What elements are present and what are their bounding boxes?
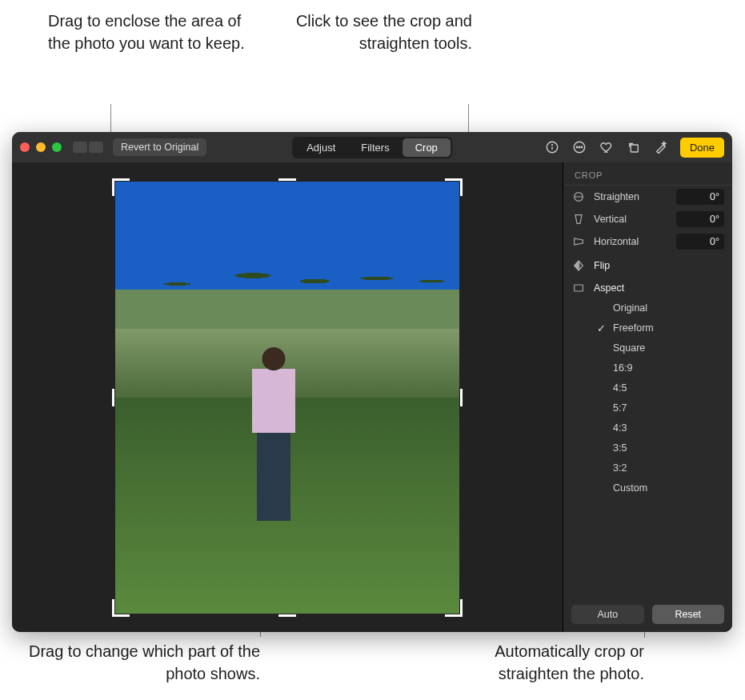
horizontal-value[interactable]: 0°: [676, 234, 724, 250]
sidebar-title: CROP: [563, 162, 732, 186]
window-controls: [20, 142, 62, 152]
auto-enhance-icon[interactable]: [653, 139, 669, 155]
done-button[interactable]: Done: [680, 138, 724, 158]
aspect-list: ✓Original✓Freeform✓Square✓16:9✓4:5✓5:7✓4…: [563, 301, 732, 495]
aspect-option-3-5[interactable]: ✓3:5: [597, 441, 732, 455]
horizontal-perspective-icon: [571, 235, 586, 248]
callout-auto: Automatically crop or straighten the pho…: [436, 640, 644, 685]
callout-crop-corner: Drag to enclose the area of the photo yo…: [48, 10, 256, 54]
revert-to-original-button[interactable]: Revert to Original: [113, 138, 206, 156]
svg-point-2: [551, 145, 552, 146]
svg-point-4: [576, 146, 578, 148]
crop-handle-bottom[interactable]: [278, 599, 296, 617]
svg-point-5: [579, 146, 580, 148]
aspect-option-4-5[interactable]: ✓4:5: [597, 381, 732, 395]
crop-handle-left[interactable]: [112, 389, 130, 406]
zoom-window-button[interactable]: [52, 142, 62, 152]
aspect-option-5-7[interactable]: ✓5:7: [597, 401, 732, 415]
horizontal-label: Horizontal: [594, 236, 668, 247]
rotate-icon[interactable]: [626, 139, 642, 155]
favorite-icon[interactable]: [599, 139, 615, 155]
reset-crop-button[interactable]: Reset: [652, 605, 725, 624]
toolbar-right: Done: [544, 138, 724, 158]
aspect-option-custom[interactable]: ✓Custom: [597, 481, 732, 495]
svg-rect-7: [631, 145, 638, 152]
aspect-icon: [571, 282, 586, 294]
vertical-label: Vertical: [594, 214, 668, 225]
straighten-row[interactable]: Straighten 0°: [563, 186, 732, 208]
tab-adjust[interactable]: Adjust: [294, 138, 348, 157]
crop-handle-top-left[interactable]: [112, 178, 130, 196]
aspect-option-label: 4:5: [613, 382, 627, 394]
aspect-option-3-2[interactable]: ✓3:2: [597, 461, 732, 475]
crop-frame[interactable]: [115, 182, 459, 614]
flip-icon: [571, 259, 586, 272]
crop-sidebar: CROP Straighten 0° Vertical 0° Horizo: [563, 162, 732, 632]
straighten-label: Straighten: [594, 191, 668, 202]
editor-body: CROP Straighten 0° Vertical 0° Horizo: [12, 162, 732, 632]
crop-handle-bottom-right[interactable]: [445, 599, 463, 617]
crop-handle-bottom-left[interactable]: [112, 599, 130, 617]
callout-drag-photo: Drag to change which part of the photo s…: [16, 640, 260, 685]
edit-mode-tabs: Adjust Filters Crop: [292, 137, 452, 158]
aspect-option-label: 16:9: [613, 362, 632, 374]
canvas-area: [12, 162, 563, 632]
aspect-option-label: Original: [613, 302, 647, 314]
flip-label: Flip: [594, 260, 610, 271]
callout-crop-tab: Click to see the crop and straighten too…: [280, 10, 472, 54]
photos-edit-window: Revert to Original Adjust Filters Crop D…: [12, 132, 732, 632]
aspect-option-16-9[interactable]: ✓16:9: [597, 361, 732, 375]
aspect-row[interactable]: Aspect: [563, 275, 732, 298]
aspect-option-label: 3:5: [613, 442, 627, 454]
straighten-value[interactable]: 0°: [676, 189, 724, 205]
photo-preview[interactable]: [115, 182, 459, 614]
aspect-option-original[interactable]: ✓Original: [597, 301, 732, 315]
tab-filters[interactable]: Filters: [348, 138, 402, 157]
aspect-option-label: 5:7: [613, 402, 627, 414]
crop-handle-top[interactable]: [278, 178, 296, 196]
horizontal-row[interactable]: Horizontal 0°: [563, 230, 732, 253]
aspect-option-4-3[interactable]: ✓4:3: [597, 421, 732, 435]
minimize-window-button[interactable]: [36, 142, 46, 152]
check-icon: ✓: [597, 322, 607, 334]
close-window-button[interactable]: [20, 142, 30, 152]
aspect-option-label: 3:2: [613, 462, 627, 474]
vertical-perspective-icon: [571, 213, 586, 226]
aspect-option-freeform[interactable]: ✓Freeform: [597, 321, 732, 335]
auto-crop-button[interactable]: Auto: [571, 605, 644, 624]
toolbar: Revert to Original Adjust Filters Crop D…: [12, 132, 732, 162]
flip-row[interactable]: Flip: [563, 253, 732, 275]
thumbnail-strip-toggle[interactable]: [73, 142, 103, 153]
svg-point-6: [581, 146, 583, 148]
callout-line: [468, 104, 469, 132]
more-icon[interactable]: [571, 139, 587, 155]
tab-crop[interactable]: Crop: [403, 138, 451, 157]
straighten-icon: [571, 190, 586, 203]
aspect-option-label: 4:3: [613, 422, 627, 434]
aspect-option-label: Freeform: [613, 322, 654, 334]
aspect-option-square[interactable]: ✓Square: [597, 341, 732, 355]
svg-rect-10: [575, 285, 583, 291]
sidebar-footer: Auto Reset: [563, 597, 732, 632]
vertical-row[interactable]: Vertical 0°: [563, 208, 732, 230]
info-icon[interactable]: [544, 139, 560, 155]
vertical-value[interactable]: 0°: [676, 211, 724, 227]
aspect-option-label: Square: [613, 342, 645, 354]
crop-handle-right[interactable]: [445, 389, 463, 406]
crop-handle-top-right[interactable]: [445, 178, 463, 196]
aspect-option-label: Custom: [613, 482, 647, 494]
aspect-label: Aspect: [594, 282, 624, 294]
